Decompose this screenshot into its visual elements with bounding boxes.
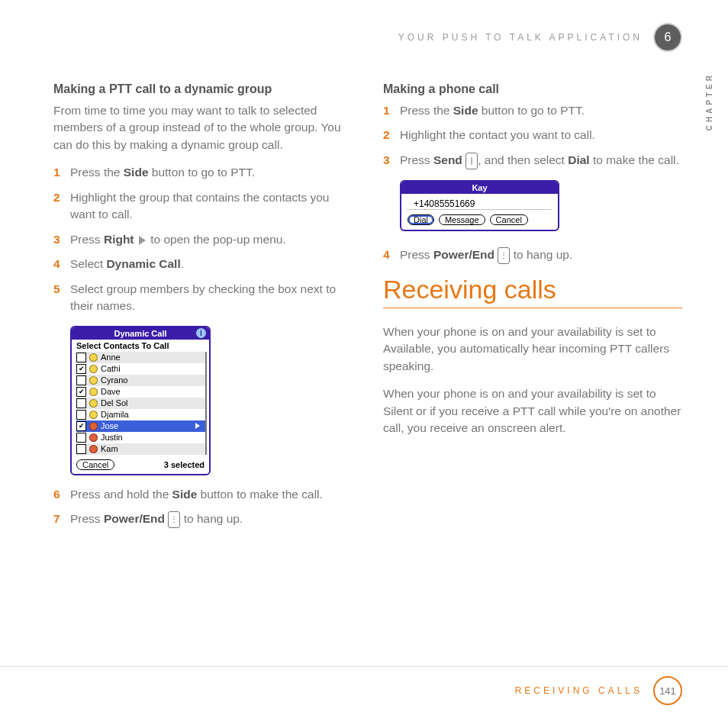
step-text: Select Dynamic Call. — [70, 256, 353, 272]
step-number: 3 — [383, 152, 400, 169]
right-steps: 1 Press the Side button to go to PTT. 2 … — [383, 102, 682, 169]
dialog-title: Kay — [401, 182, 558, 194]
contact-name: Anne — [101, 353, 121, 362]
step-text: Press and hold the Side button to make t… — [70, 486, 353, 503]
phone-call-dialog: Kay +14085551669 Dial Message Cancel — [400, 180, 559, 231]
checkbox[interactable] — [76, 433, 86, 443]
send-key-icon: | — [465, 153, 478, 169]
step-number: 1 — [383, 102, 400, 119]
left-steps-cont: 6 Press and hold the Side button to make… — [53, 486, 353, 528]
phone-number: +14085551669 — [407, 195, 552, 210]
contact-name: Justin — [101, 433, 123, 442]
power-end-key-icon: ⋮ — [168, 511, 180, 528]
step-number: 6 — [53, 486, 70, 503]
header-section-title: YOUR PUSH TO TALK APPLICATION — [398, 32, 643, 43]
right-arrow-icon — [139, 236, 146, 245]
left-heading: Making a PTT call to a dynamic group — [53, 82, 353, 96]
contact-name: Del Sol — [101, 398, 127, 407]
status-face-icon — [89, 376, 98, 385]
contact-row[interactable]: Justin — [76, 432, 206, 443]
status-face-icon — [89, 399, 98, 407]
page-footer: RECEIVING CALLS 141 — [0, 666, 728, 705]
page-header: YOUR PUSH TO TALK APPLICATION 6 — [53, 23, 682, 52]
right-steps-cont: 4 Press Power/End ⋮ to hang up. — [383, 246, 682, 264]
step-number: 4 — [53, 256, 70, 272]
checkbox[interactable] — [76, 353, 86, 362]
chapter-label: CHAPTER — [705, 72, 714, 130]
step-number: 3 — [53, 231, 70, 248]
step-number: 2 — [53, 189, 70, 224]
step-number: 5 — [53, 281, 70, 315]
contact-name: Kam — [101, 444, 118, 453]
status-face-icon — [89, 445, 98, 453]
checkbox[interactable]: ✔ — [76, 387, 86, 397]
right-heading: Making a phone call — [383, 82, 682, 96]
left-intro: From time to time you may want to talk t… — [53, 102, 353, 153]
status-face-icon — [89, 365, 98, 373]
step-text: Press Right to open the pop-up menu. — [70, 231, 353, 248]
page-number-badge: 141 — [653, 676, 682, 705]
step-text: Highlight the contact you want to call. — [400, 127, 682, 143]
contact-name: Cyrano — [101, 375, 127, 385]
status-face-icon — [89, 433, 98, 442]
scrollbar[interactable] — [205, 352, 208, 455]
contact-row[interactable]: Del Sol — [76, 398, 206, 409]
receiving-para-2: When your phone is on and your availabil… — [383, 385, 682, 436]
step-text: Select group members by checking the box… — [70, 281, 353, 315]
contact-row[interactable]: ✔Jose — [76, 420, 206, 432]
checkbox[interactable] — [76, 410, 86, 420]
status-face-icon — [89, 411, 98, 419]
status-face-icon — [89, 353, 98, 362]
cancel-button[interactable]: Cancel — [490, 214, 528, 225]
step-text: Press Power/End ⋮ to hang up. — [400, 246, 682, 264]
checkbox[interactable] — [76, 444, 86, 454]
contact-row[interactable]: Djamila — [76, 409, 206, 420]
dynamic-call-dialog: Dynamic Call i Select Contacts To Call A… — [70, 326, 211, 475]
footer-section-title: RECEIVING CALLS — [515, 685, 643, 696]
chevron-right-icon — [195, 423, 200, 429]
dialog-subtitle: Select Contacts To Call — [72, 340, 209, 352]
step-text: Highlight the group that contains the co… — [70, 189, 353, 224]
step-number: 4 — [383, 246, 400, 264]
right-column: Making a phone call 1 Press the Side but… — [383, 82, 682, 539]
contact-name: Cathi — [101, 364, 121, 373]
step-text: Press the Side button to go to PTT. — [400, 102, 682, 119]
step-number: 1 — [53, 164, 70, 181]
step-text: Press Send |, and then select Dial to ma… — [400, 152, 682, 169]
contact-name: Djamila — [101, 410, 129, 419]
contact-row[interactable]: ✔Cathi — [76, 363, 206, 375]
step-number: 2 — [383, 127, 400, 143]
step-number: 7 — [53, 511, 70, 528]
checkbox[interactable]: ✔ — [76, 421, 86, 431]
contact-row[interactable]: Anne — [76, 352, 206, 363]
status-face-icon — [89, 388, 98, 396]
receiving-para-1: When your phone is on and your availabil… — [383, 324, 682, 375]
status-face-icon — [89, 422, 98, 430]
cancel-button[interactable]: Cancel — [76, 459, 114, 470]
power-end-key-icon: ⋮ — [498, 247, 510, 264]
step-text: Press the Side button to go to PTT. — [70, 164, 353, 181]
checkbox[interactable] — [76, 375, 86, 385]
contact-name: Dave — [101, 387, 121, 396]
dialog-title: Dynamic Call i — [72, 327, 209, 340]
left-column: Making a PTT call to a dynamic group Fro… — [53, 82, 353, 539]
left-steps: 1 Press the Side button to go to PTT. 2 … — [53, 164, 353, 314]
contact-row[interactable]: ✔Dave — [76, 386, 206, 398]
info-icon[interactable]: i — [196, 328, 206, 338]
message-button[interactable]: Message — [439, 214, 485, 225]
contact-name: Jose — [101, 421, 118, 430]
dial-button[interactable]: Dial — [407, 214, 434, 225]
chapter-number-badge: 6 — [653, 23, 682, 52]
contact-list: Anne✔CathiCyrano✔DaveDel SolDjamila✔Jose… — [72, 352, 209, 455]
checkbox[interactable]: ✔ — [76, 364, 86, 374]
step-text: Press Power/End ⋮ to hang up. — [70, 511, 353, 528]
contact-row[interactable]: Cyrano — [76, 375, 206, 386]
contact-row[interactable]: Kam — [76, 443, 206, 455]
section-heading: Receiving calls — [383, 275, 682, 304]
checkbox[interactable] — [76, 398, 86, 408]
section-divider — [383, 308, 682, 308]
selected-count: 3 selected — [164, 460, 205, 469]
